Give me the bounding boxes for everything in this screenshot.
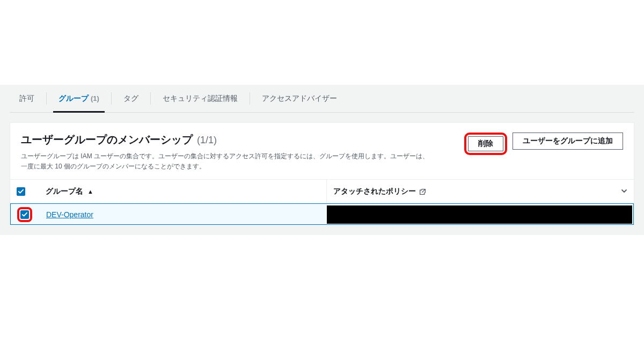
column-label: グループ名 xyxy=(46,187,83,196)
table-settings-button[interactable] xyxy=(614,180,634,203)
checkbox-highlight xyxy=(17,207,32,222)
tab-count: (1) xyxy=(91,94,99,102)
delete-highlight: 削除 xyxy=(464,133,507,155)
tab-groups[interactable]: グループ (1) xyxy=(49,85,109,112)
group-name-cell: DEV-Operator xyxy=(40,204,327,225)
section-subtitle: ユーザーグループは IAM ユーザーの集合です。ユーザーの集合に対するアクセス許… xyxy=(21,151,429,172)
membership-card: ユーザーグループのメンバーシップ (1/1) ユーザーグループは IAM ユーザ… xyxy=(10,122,634,225)
tab-permissions[interactable]: 許可 xyxy=(10,85,44,112)
tab-tags[interactable]: タグ xyxy=(114,85,148,112)
tab-label: セキュリティ認証情報 xyxy=(163,94,238,104)
tab-security-credentials[interactable]: セキュリティ認証情報 xyxy=(153,85,247,112)
delete-button[interactable]: 削除 xyxy=(468,136,503,151)
section-title: ユーザーグループのメンバーシップ xyxy=(21,133,193,147)
column-header-group-name[interactable]: グループ名 ▲ xyxy=(39,180,327,203)
checkbox-checked-icon xyxy=(20,210,29,219)
redacted-content xyxy=(327,205,632,224)
tab-separator xyxy=(250,92,250,105)
tab-access-advisor[interactable]: アクセスアドバイザー xyxy=(252,85,347,112)
chevron-down-icon xyxy=(621,187,627,196)
tab-label: アクセスアドバイザー xyxy=(262,94,337,104)
tab-separator xyxy=(150,92,151,105)
tab-label: 許可 xyxy=(19,94,34,104)
groups-table: グループ名 ▲ アタッチされたポリシー xyxy=(10,179,634,225)
group-name-link[interactable]: DEV-Operator xyxy=(46,210,93,219)
sort-ascending-icon: ▲ xyxy=(87,188,93,195)
table-row[interactable]: DEV-Operator xyxy=(10,203,634,225)
tab-label: グループ xyxy=(58,94,89,104)
row-checkbox-cell[interactable] xyxy=(11,204,40,225)
select-all-cell[interactable] xyxy=(10,180,39,203)
checkbox-checked-icon xyxy=(17,187,25,196)
table-header-row: グループ名 ▲ アタッチされたポリシー xyxy=(10,180,634,203)
column-header-attached-policies[interactable]: アタッチされたポリシー xyxy=(327,180,614,203)
add-user-to-group-button[interactable]: ユーザーをグループに追加 xyxy=(513,133,623,150)
tabs-bar: 許可 グループ (1) タグ セキュリティ認証情報 アクセスアドバイザー xyxy=(10,85,634,113)
column-label: アタッチされたポリシー xyxy=(333,187,416,196)
tab-separator xyxy=(46,92,47,105)
external-link-icon xyxy=(419,188,426,195)
section-count: (1/1) xyxy=(197,135,217,146)
tab-label: タグ xyxy=(123,94,138,104)
tab-separator xyxy=(111,92,112,105)
